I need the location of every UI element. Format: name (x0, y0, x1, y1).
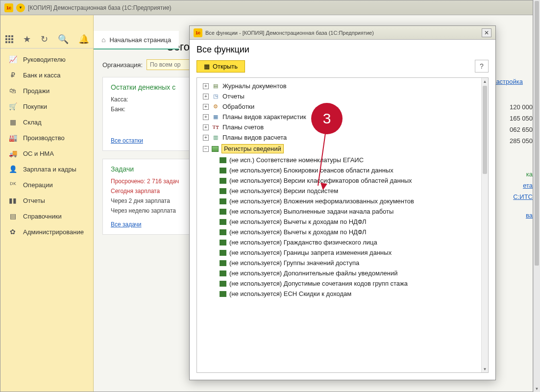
sidebar-item-label: Продажи (23, 87, 49, 95)
home-icon: ⌂ (101, 36, 105, 44)
sidebar-item[interactable]: ▮▮Отчеты (0, 193, 93, 208)
tree-node[interactable]: ▤Журналы документов (197, 81, 481, 91)
apps-icon[interactable] (5, 35, 13, 43)
node-label: (не используется) Вычеты к доходам по НД… (229, 228, 367, 236)
sidebar-item[interactable]: 🏭Производство (0, 130, 93, 146)
tasks-today: Сегодня зарплата (111, 188, 187, 195)
register-item-icon (220, 157, 226, 163)
register-item-icon (220, 229, 226, 235)
sidebar-item[interactable]: ᴰᴷОперации (0, 177, 93, 193)
expand-icon[interactable] (203, 104, 209, 110)
register-item-icon (220, 168, 226, 173)
node-icon: ▦ (212, 114, 220, 121)
sidebar-icon: 👤 (8, 165, 17, 173)
history-icon[interactable]: ↻ (41, 34, 48, 45)
node-label: (не исп.) Соответствие номенклатуры ЕГАИ… (229, 156, 364, 164)
bell-icon[interactable]: 🔔 (78, 34, 89, 45)
sidebar-icon: 🏭 (8, 134, 17, 142)
close-button[interactable]: ✕ (482, 28, 491, 37)
tree-child[interactable]: (не используется) Вложения неформализова… (197, 196, 481, 206)
tasks-inweek: Через неделю зарплата (111, 207, 187, 214)
open-icon: ▦ (204, 63, 210, 70)
sidebar-item-label: Справочники (23, 213, 62, 220)
card-title: Остатки денежных с (111, 83, 187, 91)
node-label: (не используется) Версии классификаторов… (229, 177, 412, 184)
sidebar-item[interactable]: 🛍Продажи (0, 83, 93, 98)
sidebar-icon: ▮▮ (8, 196, 17, 204)
tree-child[interactable]: (не используется) ЕСН Скидки к доходам (197, 289, 481, 299)
tree-child[interactable]: (не исп.) Соответствие номенклатуры ЕГАИ… (197, 155, 481, 165)
tree-node-active[interactable]: Регистры сведений (197, 143, 481, 155)
tree-child[interactable]: (не используется) Границы запрета измене… (197, 247, 481, 258)
open-button[interactable]: ▦ Открыть (196, 60, 245, 73)
tree-child[interactable]: (не используется) Допустимые сочетания к… (197, 278, 481, 289)
node-label: (не используется) Группы значений доступ… (229, 259, 359, 267)
node-label: Отчеты (222, 93, 245, 100)
scroll-down-icon[interactable]: ▼ (534, 385, 540, 392)
scroll-thumb[interactable] (483, 86, 487, 174)
sidebar-item-label: Склад (23, 119, 42, 126)
configure-link[interactable]: Настройка (491, 78, 523, 85)
tree-node[interactable]: ▦Планы видов характеристик (197, 112, 481, 122)
dialog-title: Все функции - [КОПИЯ] Демонстрационная б… (205, 30, 374, 36)
tree-child[interactable]: (не используется) Группы значений доступ… (197, 258, 481, 268)
scroll-thumb[interactable] (535, 1, 539, 266)
tree-child[interactable]: (не используется) Вычеты к доходам по НД… (197, 217, 481, 227)
sidebar: ★ ↻ 🔍 🔔 ≡Главное📈Руководителю₽Банк и кас… (0, 15, 94, 392)
card-row: Банк: (111, 106, 187, 113)
sidebar-item-label: Зарплата и кадры (23, 166, 76, 173)
sidebar-item-label: Операции (23, 181, 53, 189)
sidebar-item[interactable]: ✿Администрирование (0, 224, 93, 240)
all-tasks-link[interactable]: Все задачи (111, 221, 142, 228)
tab-home[interactable]: ⌂ Начальная страница (94, 31, 179, 49)
star-icon[interactable]: ★ (23, 34, 31, 45)
tree-child[interactable]: (не используется) Выполненные задачи нач… (197, 206, 481, 217)
sidebar-icon: 🛍 (8, 87, 17, 95)
function-tree[interactable]: ▤Журналы документов◳Отчеты⚙Обработки▦Пла… (197, 78, 481, 372)
search-icon[interactable]: 🔍 (58, 34, 69, 45)
node-label: (не используется) Границы запрета измене… (229, 249, 392, 256)
card-row: Касса: (111, 96, 187, 103)
sidebar-item[interactable]: ▤Справочники (0, 208, 93, 224)
sidebar-item[interactable]: 👤Зарплата и кадры (0, 161, 93, 177)
tree-child[interactable]: (не используется) Блокировки сеансов обл… (197, 165, 481, 175)
tree-child[interactable]: (не используется) Дополнительные файлы у… (197, 268, 481, 278)
expand-icon[interactable] (203, 124, 209, 130)
expand-icon[interactable] (203, 83, 209, 89)
tree-node[interactable]: ▥Планы видов расчета (197, 132, 481, 143)
sidebar-item[interactable]: ▦Склад (0, 114, 93, 130)
dropdown-icon[interactable]: ▼ (16, 3, 25, 12)
tree-node[interactable]: ◳Отчеты (197, 91, 481, 101)
scroll-down-icon[interactable]: ▼ (482, 366, 488, 372)
scroll-up-icon[interactable]: ▲ (482, 78, 488, 85)
sidebar-item[interactable]: 🛒Покупки (0, 98, 93, 114)
sidebar-item[interactable]: 🚚ОС и НМА (0, 146, 93, 161)
tree-scrollbar[interactable]: ▲ ▼ (481, 78, 488, 372)
all-balances-link[interactable]: Все остатки (111, 137, 143, 144)
node-label: (не используется) Выполненные задачи нач… (229, 208, 393, 215)
tree-child[interactable]: (не используется) Гражданство физическог… (197, 237, 481, 247)
help-button[interactable]: ? (475, 60, 489, 73)
sidebar-icon: ✿ (8, 228, 17, 236)
tree-child[interactable]: (не используется) Версии классификаторов… (197, 175, 481, 186)
outer-scrollbar[interactable]: ▲ ▼ (533, 0, 540, 392)
sidebar-item-label: ОС и НМА (23, 150, 54, 157)
node-label: (не используется) Допустимые сочетания к… (229, 280, 408, 287)
expand-icon[interactable] (203, 94, 209, 99)
tree-child[interactable]: (не используется) Вычеты к доходам по НД… (197, 227, 481, 237)
tree-node[interactable]: ⚙Обработки (197, 101, 481, 112)
sidebar-item[interactable]: ₽Банк и касса (0, 67, 93, 83)
expand-icon[interactable] (203, 114, 209, 120)
dialog-titlebar: 1c Все функции - [КОПИЯ] Демонстрационна… (190, 26, 495, 40)
collapse-icon[interactable] (203, 146, 209, 152)
register-item-icon (220, 291, 226, 297)
tree-child[interactable]: (не используется) Версии подсистем (197, 186, 481, 196)
node-label: (не используется) Гражданство физическог… (229, 239, 377, 246)
logo-1c-icon: 1c (4, 3, 13, 12)
expand-icon[interactable] (203, 135, 209, 141)
sidebar-icon: ▤ (8, 212, 17, 220)
node-label: (не используется) Вложения неформализова… (229, 197, 414, 205)
sidebar-item-label: Руководителю (23, 56, 66, 63)
tree-node[interactable]: TᴛПланы счетов (197, 122, 481, 132)
sidebar-item[interactable]: 📈Руководителю (0, 51, 93, 67)
